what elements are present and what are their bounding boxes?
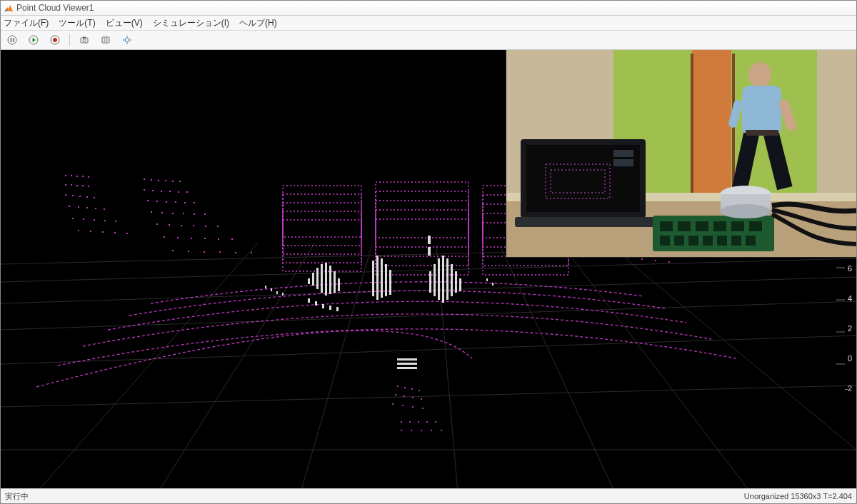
svg-rect-107	[283, 186, 361, 271]
svg-rect-57	[94, 219, 95, 221]
svg-rect-92	[193, 225, 194, 226]
window-title: Point Cloud Viewer1	[16, 3, 94, 13]
matlab-icon	[4, 3, 14, 13]
svg-line-25	[301, 244, 372, 488]
svg-rect-47	[79, 196, 81, 197]
svg-rect-63	[114, 232, 116, 233]
svg-rect-96	[177, 237, 179, 238]
svg-rect-44	[88, 186, 89, 187]
svg-rect-223	[653, 216, 774, 251]
axis-tick-labels: 6 4 2 0 -2	[845, 264, 852, 393]
svg-rect-181	[433, 264, 436, 296]
menu-help[interactable]: ヘルプ(H)	[239, 17, 277, 29]
svg-rect-234	[717, 236, 727, 246]
svg-rect-148	[392, 403, 394, 405]
capture-button[interactable]	[76, 31, 93, 49]
svg-rect-224	[660, 221, 673, 231]
svg-rect-177	[381, 258, 383, 298]
svg-rect-104	[219, 251, 221, 253]
pause-button[interactable]	[4, 31, 21, 49]
status-bar: 実行中 Unorganized 15360x3 T=2.404	[1, 488, 856, 503]
svg-rect-65	[144, 178, 145, 180]
svg-rect-114	[376, 201, 468, 256]
svg-rect-90	[169, 224, 170, 226]
svg-rect-180	[429, 271, 431, 293]
svg-rect-185	[451, 264, 453, 296]
svg-rect-141	[404, 387, 406, 388]
camera-feed-illustration	[506, 50, 856, 257]
svg-line-23	[36, 243, 258, 488]
svg-rect-231	[674, 236, 684, 246]
toolbar-separator	[69, 34, 70, 46]
svg-rect-195	[428, 247, 431, 256]
svg-rect-163	[312, 273, 314, 286]
svg-rect-37	[76, 176, 78, 177]
svg-rect-52	[86, 207, 88, 208]
svg-rect-60	[78, 230, 79, 231]
svg-rect-198	[397, 367, 417, 369]
svg-rect-48	[86, 196, 88, 198]
svg-rect-42	[76, 185, 78, 186]
svg-rect-154	[418, 421, 419, 423]
svg-rect-145	[404, 395, 405, 397]
svg-rect-81	[184, 202, 186, 203]
svg-rect-149	[402, 405, 404, 406]
svg-rect-8	[83, 37, 86, 39]
svg-rect-173	[329, 306, 331, 310]
svg-rect-161	[441, 430, 442, 431]
svg-rect-193	[492, 283, 493, 286]
svg-rect-205	[817, 50, 856, 193]
svg-rect-101	[172, 250, 174, 251]
svg-rect-172	[322, 304, 324, 308]
svg-rect-88	[204, 213, 206, 215]
axis-tick: 4	[845, 294, 852, 303]
svg-rect-153	[409, 421, 411, 423]
svg-rect-115	[376, 210, 468, 247]
menu-file[interactable]: ファイル(F)	[4, 17, 49, 29]
settings-button[interactable]	[119, 31, 136, 49]
svg-rect-39	[88, 176, 89, 178]
play-button[interactable]	[25, 31, 42, 49]
menu-sim[interactable]: シミュレーション(I)	[153, 17, 229, 29]
svg-rect-187	[459, 278, 461, 291]
svg-rect-174	[336, 307, 339, 311]
svg-rect-178	[385, 264, 387, 296]
svg-line-18	[1, 336, 856, 364]
svg-rect-214	[746, 130, 778, 136]
svg-rect-85	[172, 213, 174, 214]
svg-line-24	[158, 243, 315, 488]
svg-rect-165	[321, 264, 323, 293]
svg-rect-67	[158, 180, 159, 181]
point-cloud-viewport[interactable]: 6 4 2 0 -2	[1, 50, 856, 488]
camera-overlay	[506, 50, 856, 258]
svg-line-28	[565, 248, 751, 488]
menu-tools[interactable]: ツール(T)	[59, 17, 95, 29]
svg-rect-186	[455, 271, 457, 293]
svg-rect-155	[426, 421, 428, 423]
status-right: Unorganized 15360x3 T=2.404	[744, 492, 852, 500]
svg-rect-83	[151, 211, 152, 213]
svg-rect-182	[438, 258, 440, 300]
stop-button[interactable]	[46, 31, 64, 49]
svg-line-27	[501, 247, 615, 488]
svg-rect-183	[442, 256, 444, 303]
svg-rect-80	[175, 201, 176, 203]
snapshot-button[interactable]	[97, 31, 114, 49]
svg-rect-167	[329, 266, 331, 294]
svg-rect-84	[161, 212, 163, 213]
svg-rect-36	[71, 175, 72, 176]
svg-rect-91	[181, 225, 182, 226]
svg-rect-233	[703, 236, 713, 246]
svg-rect-221	[613, 159, 633, 166]
svg-rect-116	[376, 219, 468, 238]
svg-rect-38	[82, 176, 84, 177]
svg-rect-1	[11, 38, 12, 42]
svg-rect-188	[265, 286, 266, 288]
svg-rect-150	[412, 406, 414, 408]
svg-rect-164	[316, 268, 319, 289]
svg-rect-70	[179, 181, 181, 182]
menu-view[interactable]: ビュー(V)	[106, 17, 143, 29]
svg-rect-189	[271, 288, 272, 291]
svg-point-11	[125, 38, 129, 42]
svg-rect-209	[742, 86, 781, 136]
